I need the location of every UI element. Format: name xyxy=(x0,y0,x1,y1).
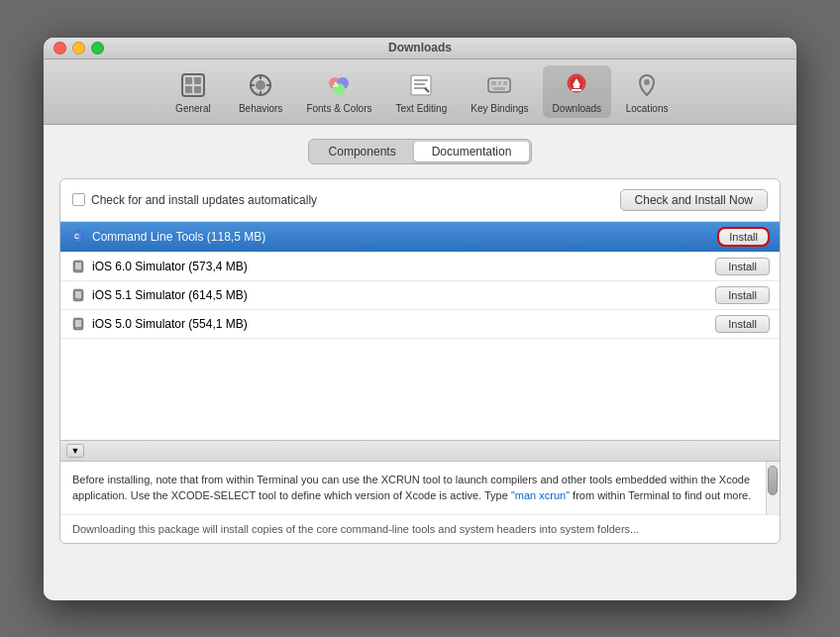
svg-point-6 xyxy=(256,80,265,90)
main-window: Downloads General xyxy=(44,38,796,600)
close-button[interactable] xyxy=(53,42,66,54)
list-item[interactable]: iOS 6.0 Simulator (573,4 MB) Install xyxy=(60,253,780,281)
svg-rect-33 xyxy=(75,263,81,269)
svg-point-34 xyxy=(77,269,79,271)
partial-description: Downloading this package will install co… xyxy=(60,514,780,543)
ios6-icon xyxy=(70,259,86,274)
svg-rect-2 xyxy=(194,77,201,84)
tab-container: Components Documentation xyxy=(308,139,533,164)
install-button-2[interactable]: Install xyxy=(715,258,770,275)
behaviors-icon xyxy=(245,69,276,101)
toolbar-item-key-bindings[interactable]: Key Bindings xyxy=(461,65,538,118)
list-item-left: C Command Line Tools (118,5 MB) xyxy=(70,229,265,245)
list-item[interactable]: iOS 5.0 Simulator (554,1 MB) Install xyxy=(60,310,780,339)
scrollbar-track xyxy=(766,462,780,514)
panel-toggle-bar: ▼ xyxy=(60,441,780,462)
auto-check-label[interactable]: Check for and install updates automatica… xyxy=(72,193,317,207)
svg-rect-1 xyxy=(185,77,192,84)
downloads-label: Downloads xyxy=(553,103,601,114)
toolbar-item-fonts-colors[interactable]: A Fonts & Colors xyxy=(296,65,381,118)
key-bindings-label: Key Bindings xyxy=(471,103,528,114)
toolbar: General Behaviors xyxy=(44,59,796,125)
toolbar-item-downloads[interactable]: Downloads xyxy=(543,65,611,118)
general-icon xyxy=(177,69,209,101)
svg-rect-3 xyxy=(185,86,192,93)
check-install-button[interactable]: Check and Install Now xyxy=(620,189,768,211)
svg-point-30 xyxy=(644,79,650,85)
svg-rect-24 xyxy=(493,87,505,90)
svg-rect-22 xyxy=(498,81,501,85)
svg-rect-39 xyxy=(75,320,81,327)
tab-documentation[interactable]: Documentation xyxy=(414,142,530,161)
svg-rect-29 xyxy=(572,89,581,91)
svg-rect-21 xyxy=(491,81,496,85)
description-area: Before installing, note that from within… xyxy=(60,462,780,514)
behaviors-label: Behaviors xyxy=(239,103,282,114)
svg-rect-4 xyxy=(194,86,201,93)
tab-components[interactable]: Components xyxy=(311,142,414,161)
window-controls xyxy=(53,42,104,54)
svg-rect-28 xyxy=(574,85,579,88)
list-item[interactable]: iOS 5.1 Simulator (614,5 MB) Install xyxy=(60,281,780,310)
svg-rect-23 xyxy=(503,81,507,85)
command-line-icon: C xyxy=(70,229,86,245)
fonts-colors-label: Fonts & Colors xyxy=(306,103,371,114)
fonts-colors-icon: A xyxy=(323,69,355,101)
toolbar-item-text-editing[interactable]: Text Editing xyxy=(386,65,458,118)
tab-bar: Components Documentation xyxy=(59,139,781,164)
locations-icon xyxy=(631,69,663,101)
scrollbar-thumb[interactable] xyxy=(768,466,778,495)
main-section: Check for and install updates automatica… xyxy=(59,178,781,544)
titlebar: Downloads xyxy=(44,38,796,59)
top-row: Check for and install updates automatica… xyxy=(60,179,780,222)
svg-point-40 xyxy=(77,327,79,329)
xcrun-link[interactable]: "man xcrun" xyxy=(511,489,570,501)
install-button-1[interactable]: Install xyxy=(717,227,770,247)
svg-text:C: C xyxy=(74,233,79,240)
bottom-panel: ▼ Before installing, note that from with… xyxy=(60,440,780,543)
downloads-icon xyxy=(561,69,592,101)
toolbar-item-behaviors[interactable]: Behaviors xyxy=(229,65,292,118)
toolbar-item-locations[interactable]: Locations xyxy=(615,65,679,118)
window-title: Downloads xyxy=(388,41,452,54)
install-button-4[interactable]: Install xyxy=(715,315,770,333)
content-area: Components Documentation Check for and i… xyxy=(44,125,796,600)
text-editing-label: Text Editing xyxy=(396,103,448,114)
description-text: Before installing, note that from within… xyxy=(72,472,768,504)
list-item[interactable]: C Command Line Tools (118,5 MB) Install xyxy=(60,222,780,253)
svg-text:A: A xyxy=(333,80,339,89)
collapse-button[interactable]: ▼ xyxy=(66,444,84,458)
ios51-icon xyxy=(70,287,86,303)
svg-point-37 xyxy=(77,298,79,300)
install-button-3[interactable]: Install xyxy=(715,286,770,304)
general-label: General xyxy=(175,103,211,114)
toolbar-item-general[interactable]: General xyxy=(161,65,225,118)
list-item-left: iOS 5.1 Simulator (614,5 MB) xyxy=(70,287,248,303)
svg-rect-36 xyxy=(75,291,81,298)
maximize-button[interactable] xyxy=(91,42,104,54)
auto-check-checkbox[interactable] xyxy=(72,193,85,206)
list-item-left: iOS 6.0 Simulator (573,4 MB) xyxy=(70,259,248,274)
ios50-icon xyxy=(70,316,86,332)
list-body: C Command Line Tools (118,5 MB) Install xyxy=(60,222,780,440)
key-bindings-icon xyxy=(483,69,515,101)
locations-label: Locations xyxy=(626,103,669,114)
list-item-left: iOS 5.0 Simulator (554,1 MB) xyxy=(70,316,248,332)
text-editing-icon xyxy=(405,69,437,101)
minimize-button[interactable] xyxy=(72,42,85,54)
